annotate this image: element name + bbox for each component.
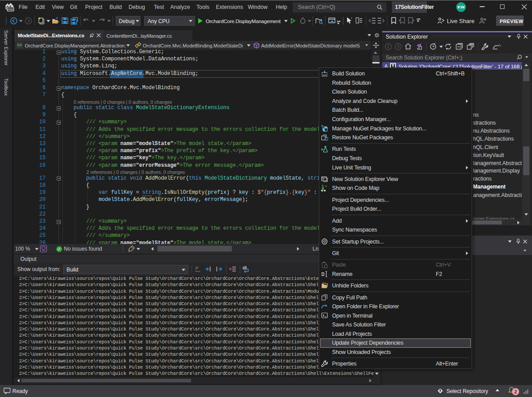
- svg-text:PRE: PRE: [8, 8, 13, 11]
